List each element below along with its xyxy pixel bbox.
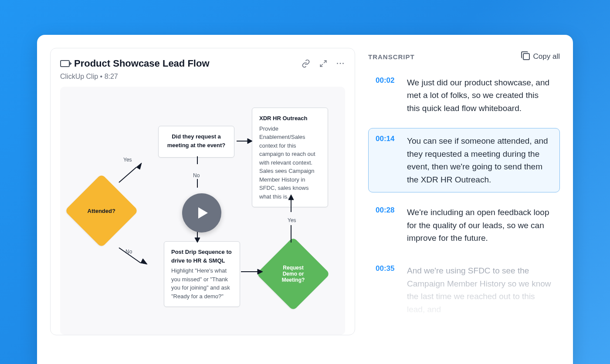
svg-marker-3: [141, 259, 147, 264]
box-xdr-body: Provide Enablement/Sales context for thi…: [259, 125, 321, 201]
transcript-row[interactable]: 00:35 And we're using SFDC to see the Ca…: [368, 258, 560, 322]
expand-icon[interactable]: [319, 59, 328, 68]
transcript-text: You can see if someone attended, and the…: [407, 135, 552, 186]
svg-marker-1: [136, 163, 142, 169]
video-icon: [60, 60, 70, 67]
box-post-drip: Post Drip Sequence to drive to HR & SMQL…: [164, 241, 240, 307]
transcript-text: We just did our product showcase, and me…: [407, 76, 552, 115]
transcript-row[interactable]: 00:02 We just did our product showcase, …: [368, 70, 560, 121]
diamond-request-label: Request Demo or Meeting?: [276, 265, 311, 283]
clip-source: ClickUp Clip: [60, 73, 98, 80]
box-xdr-outreach: XDR HR Outreach Provide Enablement/Sales…: [252, 108, 328, 207]
app-card: Product Showcase Lead Flow ···: [37, 35, 573, 364]
svg-line-2: [119, 248, 141, 263]
diamond-attended-label: Attended?: [88, 208, 115, 214]
transcript-time: 00:35: [376, 264, 397, 316]
clip-duration: 8:27: [105, 73, 118, 80]
copy-icon: [523, 53, 530, 60]
svg-marker-14: [288, 195, 294, 200]
link-icon[interactable]: [302, 59, 310, 68]
clip-panel: Product Showcase Lead Flow ···: [50, 48, 355, 335]
clip-title-wrap: Product Showcase Lead Flow: [60, 58, 210, 69]
copy-all-label: Copy all: [533, 52, 560, 61]
transcript-time: 00:28: [376, 206, 397, 244]
clip-title: Product Showcase Lead Flow: [74, 58, 210, 69]
clip-canvas[interactable]: Attended? Request Demo or Meeting? Did t…: [60, 87, 345, 335]
box-meeting-question: Did they request a meeting at the event?: [158, 126, 234, 158]
svg-marker-5: [247, 138, 252, 144]
transcript-panel: TRANSCRIPT Copy all 00:02 We just did ou…: [368, 48, 560, 364]
transcript-row[interactable]: 00:14 You can see if someone attended, a…: [368, 128, 560, 192]
transcript-title: TRANSCRIPT: [368, 53, 415, 61]
svg-marker-9: [195, 238, 200, 243]
box-meeting-title: Did they request a meeting at the event?: [166, 132, 227, 149]
transcript-row[interactable]: 00:28 We're including an open feedback l…: [368, 199, 560, 251]
box-xdr-title: XDR HR Outreach: [259, 114, 321, 123]
svg-marker-11: [258, 269, 263, 274]
clip-subtitle: ClickUp Clip • 8:27: [60, 73, 345, 81]
transcript-text: And we're using SFDC to see the Campaign…: [407, 264, 552, 316]
clip-actions: ···: [302, 59, 345, 68]
diamond-request: Request Demo or Meeting?: [256, 237, 330, 311]
transcript-header: TRANSCRIPT Copy all: [368, 52, 560, 61]
clip-header: Product Showcase Lead Flow ···: [60, 58, 345, 69]
svg-line-0: [119, 167, 136, 182]
diamond-attended: Attended?: [64, 174, 139, 248]
more-icon[interactable]: ···: [336, 59, 345, 68]
play-button[interactable]: [182, 193, 221, 233]
copy-all-button[interactable]: Copy all: [523, 52, 560, 61]
transcript-text: We're including an open feedback loop fo…: [407, 206, 552, 244]
transcript-time: 00:14: [376, 135, 397, 186]
box-drip-title: Post Drip Sequence to drive to HR & SMQL: [171, 248, 233, 265]
label-yes-1: Yes: [123, 157, 132, 163]
box-drip-body: Highlight "Here's what you missed" or "T…: [171, 266, 233, 300]
transcript-time: 00:02: [376, 76, 397, 115]
transcript-list: 00:02 We just did our product showcase, …: [368, 70, 560, 322]
